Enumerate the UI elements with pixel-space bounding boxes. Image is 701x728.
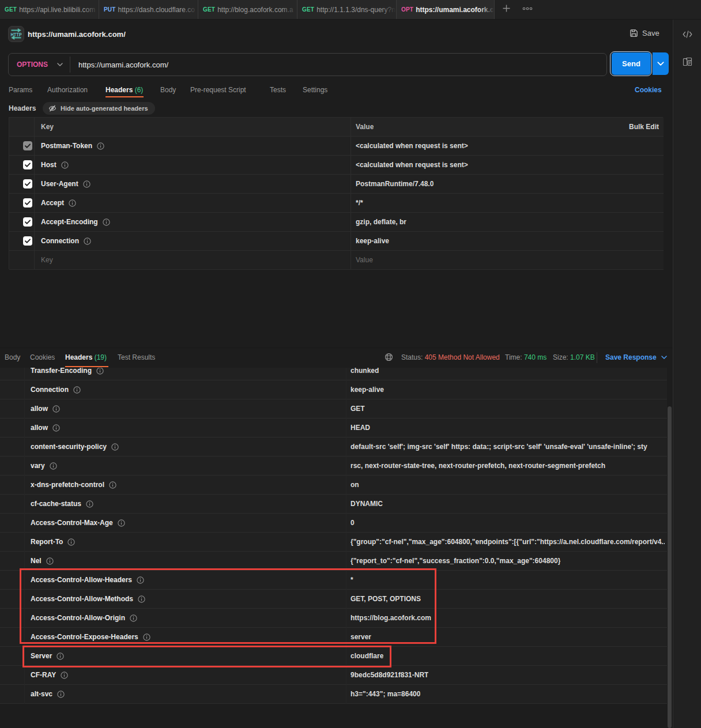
svg-text:HTTP: HTTP	[11, 31, 22, 37]
